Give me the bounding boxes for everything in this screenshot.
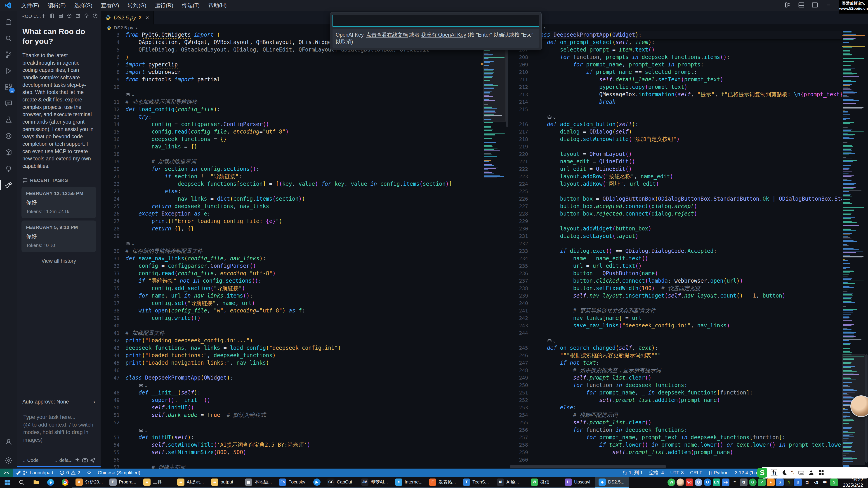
taskbar-app-Progra...[interactable]: PProgra... (106, 477, 140, 488)
menu-帮助(H)[interactable]: 帮助(H) (205, 1, 230, 10)
code-line[interactable]: 49 super().__init__() (101, 396, 483, 404)
code-line[interactable]: 236 button = QPushButton(name) (509, 270, 842, 277)
auto-approve-row[interactable]: Auto-approve: None› (17, 396, 101, 408)
search-icon[interactable] (0, 30, 17, 46)
code-line[interactable]: 207 selected_prompt = item.text() (509, 46, 842, 54)
code-line[interactable]: 10 (101, 84, 483, 91)
code-line[interactable]: 32 config = configparser.ConfigParser() (101, 262, 483, 270)
toolbox-icon[interactable] (818, 469, 825, 476)
code-line[interactable]: 25 return deepseek_functions, nav_links (101, 203, 483, 210)
recent-task-card[interactable]: FEBRUARY 12, 12:55 PM你好Tokens: ↑1.2m ↓2.… (22, 187, 96, 218)
equalizer-icon[interactable]: ≡ (731, 479, 739, 486)
code-line[interactable]: 244 (509, 329, 842, 337)
help-icon[interactable] (92, 13, 98, 20)
taskbar-app-本地磁...[interactable]: ▤本地磁... (242, 477, 276, 488)
code-line[interactable]: 257 for prompt_name, prompt_text in deep… (509, 434, 842, 441)
code-line[interactable]: 11# 动态加载提示词和导航链接 (101, 98, 483, 106)
taskbar-app-工具[interactable]: ▰工具 (140, 477, 174, 488)
code-line[interactable]: 24 nav_links = dict(config.items(section… (101, 195, 483, 203)
code-line[interactable]: 9from functools import partial (101, 76, 483, 84)
package-icon[interactable] (0, 144, 17, 160)
code-line[interactable]: 258 if text.lower() in prompt_name.lower… (509, 441, 842, 449)
code-line[interactable]: 7import pyperclip (101, 61, 483, 68)
code-line[interactable]: 226 button_box = QDialogButtonBox(QDialo… (509, 195, 842, 203)
code-line[interactable]: 247 if not text: (509, 359, 842, 367)
app-blue-icon[interactable]: O (704, 479, 711, 486)
code-line[interactable]: 38 with open(config_file, "w", encoding=… (101, 307, 483, 315)
taskbar-app-分析20...[interactable]: A分析20... (72, 477, 106, 488)
test-beaker-icon[interactable] (0, 111, 17, 128)
menu-转到(G)[interactable]: 转到(G) (124, 1, 150, 10)
code-line[interactable]: 231 dialog.setLayout(layout) (509, 232, 842, 240)
code-line[interactable]: 31def save_nav_links(config_file, nav_li… (101, 255, 483, 262)
taskbar-app-AI绘...[interactable]: AIAI绘... (494, 477, 528, 488)
problems-item[interactable]: 0 2 (56, 470, 83, 475)
gear-icon[interactable] (84, 13, 89, 20)
split-editor-icon[interactable] (811, 2, 818, 9)
language-pack-item[interactable]: Chinese (Simplified) (95, 470, 144, 475)
qq-icon[interactable]: Q (694, 479, 702, 486)
remote-explorer-icon[interactable] (0, 128, 17, 144)
code-area-left[interactable]: 3from PyQt6.QtWidgets import (4 QApplica… (101, 31, 509, 468)
eol[interactable]: CRLF (687, 470, 706, 475)
code-line[interactable]: 56 (101, 456, 483, 464)
taskbar-app-微信[interactable]: W微信 (528, 477, 561, 488)
code-line[interactable]: 214 break (509, 98, 842, 106)
sogou-logo-icon[interactable]: S (757, 468, 767, 478)
plug-icon[interactable] (0, 160, 17, 177)
taskbar-app-Upscayl[interactable]: UUpscayl (561, 477, 595, 488)
code-line[interactable]: 36 for name, url in nav_links.items(): (101, 292, 483, 300)
close-icon[interactable]: × (144, 14, 149, 21)
code-line[interactable]: 243 save_nav_links("deepseek_config.ini"… (509, 322, 842, 329)
menu-运行(R)[interactable]: 运行(R) (151, 1, 177, 10)
history-icon[interactable] (67, 13, 72, 20)
code-line[interactable]: 216 def add_custom_button(self): (509, 121, 842, 128)
h-scrollbar-right[interactable] (510, 465, 666, 468)
code-line[interactable]: 229 (509, 218, 842, 225)
code-line[interactable]: 46 (101, 367, 483, 374)
youdao-icon[interactable]: yd (686, 479, 693, 486)
code-line[interactable]: 28 return {}, {} (101, 225, 483, 232)
code-line[interactable]: 35 config.add_section("导航链接") (101, 285, 483, 292)
mcp-server-icon[interactable] (58, 13, 64, 20)
code-line[interactable]: 218 dialog.setWindowTitle("添加自定义按钮") (509, 135, 842, 143)
code-line[interactable]: 254 # 模糊匹配提示词 (509, 412, 842, 419)
tab-ds25py[interactable]: DS2.5.py 2 × (101, 11, 154, 24)
code-line[interactable]: 29 (101, 232, 483, 240)
code-line[interactable]: 213 QMessageBox.information(self, "提示", … (509, 91, 842, 98)
code-line[interactable]: 15 config.read(config_file, encoding="ut… (101, 128, 483, 135)
cursor-position[interactable]: 行 1, 列 1 (620, 469, 646, 476)
extensions-icon[interactable]: 1 (0, 79, 17, 95)
taskbar-app-CapCut[interactable]: CCCapCut (324, 477, 358, 488)
code-line[interactable]: 260 (509, 456, 842, 464)
code-line[interactable]: 39 config.write(f) (101, 315, 483, 322)
sogou-icon[interactable]: S (830, 479, 838, 486)
taskbar-app-Interne...[interactable]: eInterne... (392, 477, 426, 488)
idm-icon[interactable]: G (749, 479, 756, 486)
code-line[interactable]: 235 url = url_edit.text() (509, 262, 842, 270)
taskbar-app-TechS...[interactable]: TTechS... (460, 477, 494, 488)
code-line[interactable]: 212 pyperclip.copy(prompt_text) (509, 84, 842, 91)
ime-mode-label[interactable]: 五 (771, 468, 778, 477)
shield-check-icon[interactable]: ✓ (758, 479, 766, 486)
docs-link[interactable]: 点击查看在线文档 (366, 32, 408, 38)
code-line[interactable]: 209 for prompt_name, prompt_text in prom… (509, 61, 842, 68)
nvidia-icon[interactable]: N (785, 479, 793, 486)
chat-icon[interactable] (0, 95, 17, 111)
code-line[interactable]: 51 self.dark_mode = True # 默认为暗模式 (101, 412, 483, 419)
minimap-left[interactable] (483, 31, 506, 468)
code-line[interactable]: 220 layout = QFormLayout() (509, 151, 842, 158)
roo-codelens[interactable]: ⌄ (125, 91, 483, 98)
code-line[interactable]: 43deepseek_functions, nav_links = load_c… (101, 344, 483, 352)
code-line[interactable]: 45print("Loaded navigation links:", nav_… (101, 359, 483, 367)
code-line[interactable]: 252 self.prompt_list.addItem(prompt_name… (509, 396, 842, 404)
scrollbar-left[interactable] (506, 31, 509, 468)
code-line[interactable]: 13 try: (101, 113, 483, 121)
code-line[interactable]: 8import webbrowser (101, 68, 483, 76)
code-line[interactable]: 17 nav_links = {} (101, 143, 483, 151)
explorer-icon[interactable] (0, 14, 17, 30)
taskbar-folder-icon[interactable] (29, 477, 43, 488)
clipboard-icon[interactable]: ⧉ (740, 479, 747, 486)
panel-bottom-icon[interactable] (798, 2, 805, 9)
code-line[interactable]: 228 button_box.rejected.connect(dialog.r… (509, 210, 842, 218)
